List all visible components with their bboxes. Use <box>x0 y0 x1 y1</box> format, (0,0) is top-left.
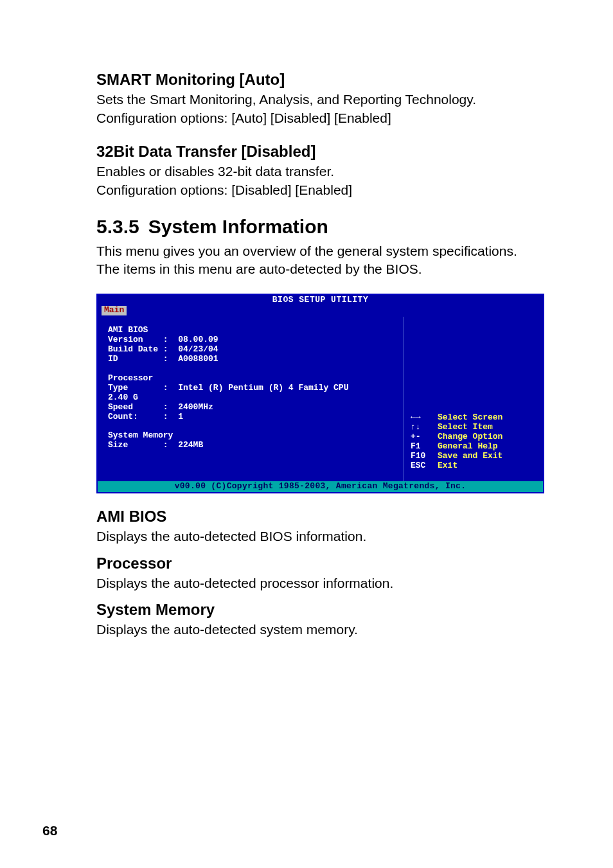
document-page: SMART Monitoring [Auto] Sets the Smart M… <box>0 0 613 868</box>
bios-help-general-help: F1General Help <box>411 442 538 452</box>
heading-ami-bios: AMI BIOS <box>96 508 546 526</box>
section-32bit-data-transfer: 32Bit Data Transfer [Disabled] Enables o… <box>96 143 546 199</box>
body-text: Displays the auto-detected BIOS informat… <box>96 528 546 545</box>
bios-help-select-item: ↑↓Select Item <box>411 423 538 432</box>
bios-footer: v00.00 (C)Copyright 1985-2003, American … <box>98 481 543 492</box>
bios-id-row: ID : A0088001 <box>108 355 395 364</box>
bios-ghz-row: 2.40 G <box>108 393 395 403</box>
heading-32bit-data-transfer: 32Bit Data Transfer [Disabled] <box>96 143 546 161</box>
bios-help-key: ←→ <box>411 413 438 423</box>
section-smart-monitoring: SMART Monitoring [Auto] Sets the Smart M… <box>96 71 546 127</box>
bios-help-panel: ←→Select Screen ↑↓Select Item +-Change O… <box>404 317 543 481</box>
bios-tabs: Main <box>98 306 543 317</box>
section-number: 5.3.5 <box>96 216 139 238</box>
bios-count-row: Count: : 1 <box>108 412 395 422</box>
body-text: Displays the auto-detected system memory… <box>96 621 546 639</box>
bios-window: BIOS SETUP UTILITY Main AMI BIOS Version… <box>96 294 544 493</box>
bios-help-select-screen: ←→Select Screen <box>411 413 538 423</box>
bios-help-save-exit: F10Save and Exit <box>411 452 538 461</box>
bios-speed-row: Speed : 2400MHz <box>108 403 395 412</box>
section-processor: Processor Displays the auto-detected pro… <box>96 554 546 592</box>
bios-screenshot: BIOS SETUP UTILITY Main AMI BIOS Version… <box>96 294 546 493</box>
bios-left-panel: AMI BIOS Version : 08.00.09 Build Date :… <box>98 317 404 481</box>
heading-smart-monitoring: SMART Monitoring [Auto] <box>96 71 546 89</box>
body-text: Sets the Smart Monitoring, Analysis, and… <box>96 91 546 109</box>
bios-processor-header: Processor <box>108 374 395 384</box>
body-text: Configuration options: [Disabled] [Enabl… <box>96 182 546 199</box>
bios-ami-header: AMI BIOS <box>108 326 395 335</box>
heading-processor: Processor <box>96 554 546 572</box>
section-title: System Information <box>148 216 328 237</box>
body-text: Configuration options: [Auto] [Disabled]… <box>96 110 546 127</box>
bios-help-label: Select Item <box>438 422 493 432</box>
bios-help-label: General Help <box>438 441 498 451</box>
bios-blank-row <box>108 422 395 432</box>
bios-help-key: ESC <box>411 461 438 471</box>
bios-help-change-option: +-Change Option <box>411 432 538 442</box>
bios-help-spacer <box>411 324 538 413</box>
body-text: The items in this menu are auto-detected… <box>96 261 546 278</box>
bios-help-label: Exit <box>438 461 458 470</box>
bios-help-key: F10 <box>411 452 438 461</box>
bios-help-key: F1 <box>411 442 438 452</box>
bios-help-label: Save and Exit <box>438 451 502 461</box>
bios-title: BIOS SETUP UTILITY <box>98 295 543 306</box>
bios-help-key: ↑↓ <box>411 423 438 432</box>
bios-size-row: Size : 224MB <box>108 441 395 450</box>
bios-help-exit: ESCExit <box>411 461 538 471</box>
bios-help-label: Change Option <box>438 432 502 441</box>
bios-help-key: +- <box>411 432 438 442</box>
section-system-memory: System Memory Displays the auto-detected… <box>96 601 546 639</box>
heading-system-information: 5.3.5System Information <box>96 216 546 238</box>
body-text: Displays the auto-detected processor inf… <box>96 575 546 592</box>
bios-builddate-row: Build Date : 04/23/04 <box>108 345 395 355</box>
page-number: 68 <box>42 823 57 838</box>
bios-type-row: Type : Intel (R) Pentium (R) 4 Family CP… <box>108 384 395 393</box>
bios-help-label: Select Screen <box>438 412 502 422</box>
body-text: Enables or disables 32-bit data transfer… <box>96 163 546 181</box>
bios-memory-header: System Memory <box>108 431 395 441</box>
bios-tab-main: Main <box>102 306 127 315</box>
section-system-information: 5.3.5System Information This menu gives … <box>96 216 546 279</box>
section-ami-bios: AMI BIOS Displays the auto-detected BIOS… <box>96 508 546 545</box>
heading-system-memory: System Memory <box>96 601 546 619</box>
bios-body: AMI BIOS Version : 08.00.09 Build Date :… <box>98 317 543 481</box>
bios-blank-row <box>108 364 395 374</box>
body-text: This menu gives you an overview of the g… <box>96 243 546 260</box>
bios-version-row: Version : 08.00.09 <box>108 335 395 345</box>
